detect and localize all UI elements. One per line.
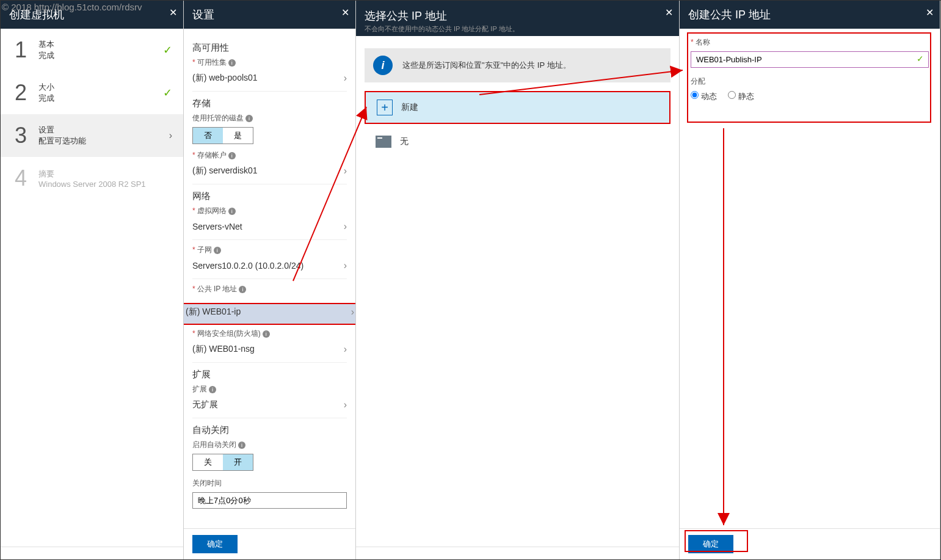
subnet-value: Servers10.0.2.0 (10.0.2.0/24) <box>192 261 303 271</box>
info-icon[interactable]: i <box>263 330 270 338</box>
blade1-header: 创建虚拟机 ✕ <box>1 1 183 29</box>
step-title: 基本 <box>38 39 163 50</box>
storage-account-value: (新) serverdisk01 <box>192 165 258 176</box>
blade-create-ip: 创建公共 IP 地址 ✕ *名称 ✓ 分配 动态 静态 确定 <box>680 1 940 559</box>
nsg-value: (新) WEB01-nsg <box>192 344 255 355</box>
ip-option-none[interactable]: 无 <box>365 126 670 157</box>
blade4-header: 创建公共 IP 地址 ✕ <box>680 1 940 29</box>
toggle-off[interactable]: 关 <box>193 454 223 470</box>
blade3-subtitle: 不会向不在使用中的动态公共 IP 地址分配 IP 地址。 <box>365 24 519 34</box>
wizard-step-2[interactable]: 2 大小 完成 ✓ <box>1 71 183 114</box>
blade1-body: 1 基本 完成 ✓ 2 大小 完成 ✓ 3 设置 配置可选功能 <box>1 29 183 547</box>
info-icon[interactable]: i <box>228 152 236 159</box>
label-subnet: *子网i <box>192 245 347 255</box>
ip-option-new[interactable]: + 新建 <box>365 91 670 124</box>
step-num: 4 <box>12 165 30 191</box>
toggle-no[interactable]: 否 <box>193 128 223 144</box>
info-icon[interactable]: i <box>228 208 236 215</box>
info-icon[interactable]: i <box>238 442 245 449</box>
chevron-right-icon: › <box>344 73 347 84</box>
info-icon[interactable]: i <box>228 59 236 67</box>
info-banner: i 这些是所选订阅和位置"东亚"中的公共 IP 地址。 <box>365 48 670 82</box>
info-icon[interactable]: i <box>214 247 221 254</box>
toggle-shutdown: 关 开 <box>192 454 253 471</box>
blade2-footer: 确定 <box>184 528 355 559</box>
select-nsg[interactable]: (新) WEB01-nsg › <box>192 340 347 363</box>
select-availset[interactable]: (新) web-pools01 › <box>192 69 347 92</box>
blade1-close-icon[interactable]: ✕ <box>169 7 177 18</box>
info-icon[interactable]: i <box>239 286 246 293</box>
vnet-value: Servers-vNet <box>192 222 242 231</box>
step-title: 设置 <box>38 125 169 136</box>
blade-settings: 设置 ✕ 高可用性 *可用性集i (新) web-pools01 › 存储 使用… <box>184 1 356 559</box>
ip-new-label: 新建 <box>401 102 418 113</box>
info-icon[interactable]: i <box>245 115 253 122</box>
label-shutdown-time: 关闭时间 <box>192 478 347 489</box>
public-ip-value: (新) WEB01-ip <box>186 307 241 318</box>
label-managed-disk: 使用托管的磁盘i <box>192 113 347 123</box>
blade-create-vm: 创建虚拟机 ✕ 1 基本 完成 ✓ 2 大小 完成 ✓ 3 <box>1 1 184 559</box>
none-icon <box>376 134 391 150</box>
chevron-right-icon: › <box>169 130 172 141</box>
section-shutdown: 自动关闭 <box>192 424 347 436</box>
blade4-body: *名称 ✓ 分配 动态 静态 <box>680 29 940 528</box>
blade3-title: 选择公共 IP 地址 <box>365 9 447 23</box>
blade2-header: 设置 ✕ <box>184 1 355 29</box>
plus-icon: + <box>377 100 393 115</box>
label-ip-name: *名称 <box>691 37 929 48</box>
section-network: 网络 <box>192 191 347 202</box>
blade2-close-icon[interactable]: ✕ <box>341 7 349 18</box>
blade3-body: i 这些是所选订阅和位置"东亚"中的公共 IP 地址。 + 新建 无 <box>356 36 679 547</box>
availset-value: (新) web-pools01 <box>192 73 258 84</box>
select-public-ip[interactable]: (新) WEB01-ip › <box>184 303 355 325</box>
label-enable-shutdown: 启用自动关闭i <box>192 440 347 450</box>
blade4-ok-button[interactable]: 确定 <box>688 535 733 553</box>
check-icon: ✓ <box>163 43 172 57</box>
toggle-on[interactable]: 开 <box>223 454 253 470</box>
blade4-close-icon[interactable]: ✕ <box>926 7 934 18</box>
blade2-ok-button[interactable]: 确定 <box>192 535 238 553</box>
label-availset: *可用性集i <box>192 57 347 68</box>
step-sub: 完成 <box>38 93 163 104</box>
wizard-step-3[interactable]: 3 设置 配置可选功能 › <box>1 114 183 157</box>
step-sub: 配置可选功能 <box>38 136 169 147</box>
select-subnet[interactable]: Servers10.0.2.0 (10.0.2.0/24) › <box>192 256 347 279</box>
label-ext: 扩展i <box>192 384 347 395</box>
blades-container: 创建虚拟机 ✕ 1 基本 完成 ✓ 2 大小 完成 ✓ 3 <box>0 0 941 560</box>
toggle-managed-disk: 否 是 <box>192 127 253 144</box>
chevron-right-icon: › <box>344 221 347 232</box>
check-icon: ✓ <box>163 86 172 100</box>
section-ha: 高可用性 <box>192 42 347 54</box>
label-public-ip: *公共 IP 地址i <box>192 284 347 294</box>
select-vnet[interactable]: Servers-vNet › <box>192 217 347 240</box>
label-allocation: 分配 <box>691 76 929 87</box>
input-ip-name[interactable] <box>691 51 929 68</box>
radio-allocation: 动态 静态 <box>691 90 929 102</box>
ip-none-label: 无 <box>400 136 409 147</box>
wizard-step-1[interactable]: 1 基本 完成 ✓ <box>1 29 183 71</box>
wizard-step-4: 4 摘要 Windows Server 2008 R2 SP1 <box>1 157 183 200</box>
info-icon[interactable]: i <box>209 386 216 393</box>
valid-check-icon: ✓ <box>917 54 924 64</box>
select-ext[interactable]: 无扩展 › <box>192 396 347 418</box>
ext-value: 无扩展 <box>192 399 218 410</box>
radio-dynamic[interactable]: 动态 <box>691 92 717 101</box>
blade3-footer <box>356 547 679 559</box>
section-ext: 扩展 <box>192 369 347 380</box>
chevron-right-icon: › <box>344 399 347 410</box>
blade-select-ip: 选择公共 IP 地址 不会向不在使用中的动态公共 IP 地址分配 IP 地址。 … <box>356 1 680 559</box>
input-shutdown-time[interactable] <box>192 492 347 509</box>
step-num: 2 <box>12 80 30 106</box>
step-sub: 完成 <box>38 50 163 61</box>
blade3-close-icon[interactable]: ✕ <box>665 7 673 18</box>
radio-static[interactable]: 静态 <box>728 92 754 101</box>
step-title: 摘要 <box>38 169 172 180</box>
label-nsg: *网络安全组(防火墙)i <box>192 329 347 339</box>
chevron-right-icon: › <box>344 344 347 355</box>
blade4-title: 创建公共 IP 地址 <box>688 7 771 22</box>
step-num: 1 <box>12 37 30 63</box>
info-banner-text: 这些是所选订阅和位置"东亚"中的公共 IP 地址。 <box>402 60 571 71</box>
chevron-right-icon: › <box>351 307 354 318</box>
select-storage-account[interactable]: (新) serverdisk01 › <box>192 162 347 184</box>
toggle-yes[interactable]: 是 <box>223 128 253 144</box>
